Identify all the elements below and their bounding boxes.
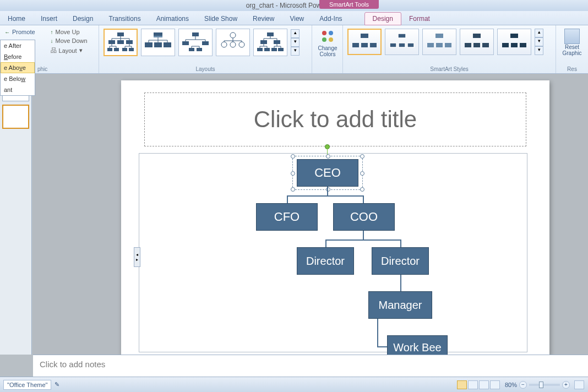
svg-point-29 (322, 31, 326, 35)
change-colors-icon (320, 29, 335, 44)
tab-smartart-design[interactable]: Design (364, 12, 401, 25)
tab-design[interactable]: Design (65, 13, 101, 25)
svg-rect-9 (154, 36, 162, 37)
reset-graphic-button[interactable]: Reset Graphic (558, 26, 586, 56)
resize-handle[interactable] (291, 187, 295, 192)
theme-indicator[interactable]: "Office Theme" (3, 380, 51, 390)
node-ceo[interactable]: CEO (297, 159, 358, 187)
connector (400, 275, 401, 291)
layout-circle-picture[interactable] (216, 29, 250, 56)
zoom-percent[interactable]: 80% (505, 382, 517, 388)
title-placeholder[interactable]: Click to add title (144, 92, 526, 146)
zoom-controls: 80% − + (505, 380, 585, 389)
svg-point-18 (230, 32, 236, 38)
svg-rect-51 (511, 43, 518, 47)
notes-pane[interactable]: Click to add notes (33, 355, 588, 377)
tab-slideshow[interactable]: Slide Show (197, 13, 245, 25)
add-shape-after[interactable]: e After (1, 40, 35, 51)
connector (325, 239, 326, 247)
svg-rect-22 (267, 32, 274, 36)
styles-more[interactable]: ▾ (535, 46, 543, 55)
tab-animations[interactable]: Animations (149, 13, 197, 25)
svg-rect-50 (502, 43, 509, 47)
tab-insert[interactable]: Insert (33, 13, 65, 25)
tab-addins[interactable]: Add-Ins (312, 13, 350, 25)
svg-rect-25 (257, 48, 263, 51)
move-down-button[interactable]: Move Down (51, 36, 93, 45)
svg-rect-13 (192, 32, 199, 36)
style-subtle-effect[interactable] (422, 29, 456, 55)
style-intense-effect[interactable] (497, 29, 531, 55)
text-pane-toggle[interactable]: ◂▸ (134, 247, 140, 267)
svg-rect-28 (278, 48, 284, 51)
zoom-slider-thumb[interactable] (539, 382, 543, 388)
svg-rect-3 (126, 40, 133, 44)
view-sorter-button[interactable] (468, 380, 478, 389)
layouts-spinner: ▴ ▾ ▾ (291, 29, 300, 56)
resize-handle[interactable] (291, 171, 295, 176)
resize-handle[interactable] (360, 154, 364, 159)
tab-transitions[interactable]: Transitions (101, 13, 148, 25)
connector (363, 231, 364, 239)
node-director-2[interactable]: Director (372, 247, 429, 275)
layouts-more[interactable]: ▾ (291, 47, 300, 56)
svg-rect-7 (129, 48, 134, 51)
add-assistant[interactable]: ant (1, 84, 35, 95)
styles-scroll-up[interactable]: ▴ (535, 29, 543, 37)
add-shape-above[interactable]: e Abovee Above (1, 62, 35, 73)
node-coo[interactable]: COO (333, 203, 395, 231)
zoom-slider[interactable] (529, 384, 560, 386)
smartart-container[interactable]: ◂▸ CEO CFO COO Director Director Manager (139, 153, 527, 352)
svg-rect-10 (145, 42, 153, 47)
view-slideshow-button[interactable] (490, 380, 500, 389)
layout-dropdown[interactable]: 品 Layout ▾ (51, 45, 93, 56)
layout-hierarchy[interactable] (253, 29, 287, 56)
tab-smartart-format[interactable]: Format (401, 13, 438, 25)
promote-button[interactable]: Promote (4, 28, 44, 36)
resize-handle[interactable] (326, 154, 330, 159)
zoom-in-button[interactable]: + (562, 381, 570, 389)
spellcheck-icon[interactable]: ✎ (55, 381, 59, 388)
node-cfo[interactable]: CFO (256, 203, 318, 231)
status-bar: "Office Theme" ✎ 80% − + (0, 377, 588, 392)
svg-rect-44 (445, 43, 451, 47)
connector (377, 346, 387, 347)
view-reading-button[interactable] (479, 380, 489, 389)
move-up-button[interactable]: Move Up (51, 28, 93, 36)
resize-handle[interactable] (360, 171, 364, 176)
add-shape-below[interactable]: e Belowe Below (1, 73, 35, 84)
layout-half-circle[interactable] (178, 29, 213, 56)
node-manager[interactable]: Manager (368, 291, 432, 319)
resize-handle[interactable] (291, 154, 295, 159)
fit-to-window-button[interactable] (574, 380, 584, 389)
svg-rect-37 (398, 34, 406, 38)
resize-handle[interactable] (360, 187, 364, 192)
connector (327, 187, 328, 195)
connector (325, 239, 401, 241)
style-white-outline[interactable] (385, 29, 419, 55)
style-moderate-effect[interactable] (460, 29, 494, 55)
slide-thumbnail-2[interactable] (2, 105, 29, 129)
tab-home[interactable]: Home (0, 13, 33, 25)
svg-rect-43 (436, 43, 443, 47)
change-colors-button[interactable]: Change Colors (314, 26, 341, 57)
tab-review[interactable]: Review (245, 13, 282, 25)
view-normal-button[interactable] (457, 380, 467, 389)
layouts-scroll-down[interactable]: ▾ (291, 38, 300, 47)
layout-org-chart[interactable] (104, 29, 138, 56)
svg-rect-24 (274, 40, 280, 44)
add-shape-before[interactable]: Be Beforeefore (1, 51, 35, 62)
svg-point-30 (329, 31, 333, 35)
style-simple-fill[interactable] (347, 29, 382, 55)
tab-view[interactable]: View (282, 13, 312, 25)
zoom-out-button[interactable]: − (519, 381, 527, 389)
node-director-1[interactable]: Director (297, 247, 354, 275)
svg-rect-2 (117, 40, 124, 44)
slide-canvas[interactable]: Click to add title ◂▸ CEO CFO COO Direct… (121, 80, 549, 356)
svg-rect-33 (361, 34, 368, 38)
reset-graphic-icon (564, 29, 580, 44)
layouts-scroll-up[interactable]: ▴ (291, 29, 300, 38)
styles-scroll-down[interactable]: ▾ (535, 37, 543, 46)
svg-rect-45 (473, 34, 481, 38)
layout-name-title[interactable] (141, 29, 175, 56)
